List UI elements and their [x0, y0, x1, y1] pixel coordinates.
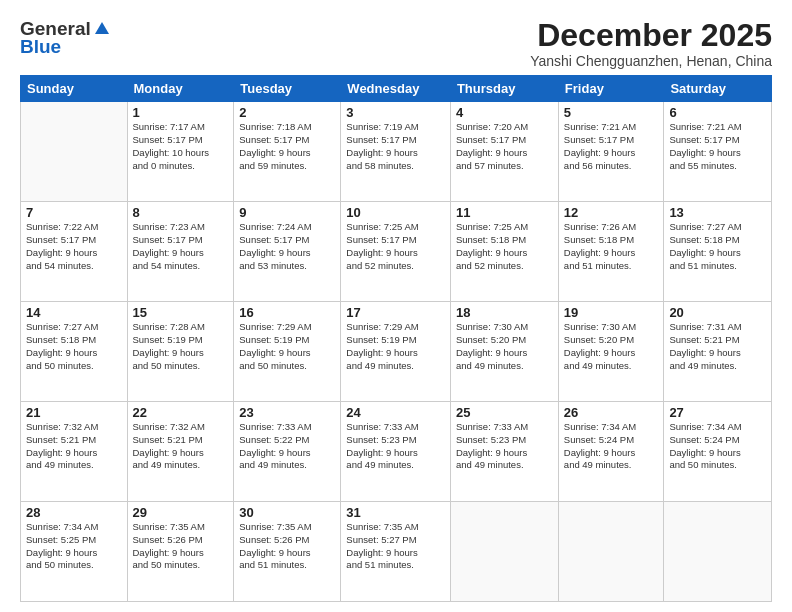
calendar-cell: 28Sunrise: 7:34 AM Sunset: 5:25 PM Dayli… [21, 502, 128, 602]
calendar-cell: 25Sunrise: 7:33 AM Sunset: 5:23 PM Dayli… [450, 402, 558, 502]
calendar-cell: 8Sunrise: 7:23 AM Sunset: 5:17 PM Daylig… [127, 202, 234, 302]
day-number: 4 [456, 105, 553, 120]
day-info: Sunrise: 7:34 AM Sunset: 5:25 PM Dayligh… [26, 521, 122, 572]
calendar-cell: 2Sunrise: 7:18 AM Sunset: 5:17 PM Daylig… [234, 102, 341, 202]
day-number: 30 [239, 505, 335, 520]
day-info: Sunrise: 7:27 AM Sunset: 5:18 PM Dayligh… [26, 321, 122, 372]
day-number: 17 [346, 305, 445, 320]
day-number: 14 [26, 305, 122, 320]
calendar-cell: 15Sunrise: 7:28 AM Sunset: 5:19 PM Dayli… [127, 302, 234, 402]
calendar-cell [450, 502, 558, 602]
calendar-cell: 26Sunrise: 7:34 AM Sunset: 5:24 PM Dayli… [558, 402, 664, 502]
day-info: Sunrise: 7:21 AM Sunset: 5:17 PM Dayligh… [564, 121, 659, 172]
day-info: Sunrise: 7:32 AM Sunset: 5:21 PM Dayligh… [26, 421, 122, 472]
calendar-cell: 22Sunrise: 7:32 AM Sunset: 5:21 PM Dayli… [127, 402, 234, 502]
calendar-cell: 17Sunrise: 7:29 AM Sunset: 5:19 PM Dayli… [341, 302, 451, 402]
day-number: 8 [133, 205, 229, 220]
calendar-cell: 19Sunrise: 7:30 AM Sunset: 5:20 PM Dayli… [558, 302, 664, 402]
calendar-cell: 23Sunrise: 7:33 AM Sunset: 5:22 PM Dayli… [234, 402, 341, 502]
day-info: Sunrise: 7:33 AM Sunset: 5:22 PM Dayligh… [239, 421, 335, 472]
calendar-cell: 20Sunrise: 7:31 AM Sunset: 5:21 PM Dayli… [664, 302, 772, 402]
calendar-week-row: 14Sunrise: 7:27 AM Sunset: 5:18 PM Dayli… [21, 302, 772, 402]
calendar-table: SundayMondayTuesdayWednesdayThursdayFrid… [20, 75, 772, 602]
calendar-cell [664, 502, 772, 602]
day-number: 23 [239, 405, 335, 420]
calendar-cell: 16Sunrise: 7:29 AM Sunset: 5:19 PM Dayli… [234, 302, 341, 402]
day-info: Sunrise: 7:21 AM Sunset: 5:17 PM Dayligh… [669, 121, 766, 172]
day-number: 3 [346, 105, 445, 120]
day-info: Sunrise: 7:24 AM Sunset: 5:17 PM Dayligh… [239, 221, 335, 272]
day-number: 5 [564, 105, 659, 120]
title-section: December 2025 Yanshi Chengguanzhen, Hena… [530, 18, 772, 69]
day-number: 21 [26, 405, 122, 420]
day-number: 11 [456, 205, 553, 220]
day-info: Sunrise: 7:31 AM Sunset: 5:21 PM Dayligh… [669, 321, 766, 372]
day-header-sunday: Sunday [21, 76, 128, 102]
day-number: 26 [564, 405, 659, 420]
day-info: Sunrise: 7:32 AM Sunset: 5:21 PM Dayligh… [133, 421, 229, 472]
calendar-cell: 14Sunrise: 7:27 AM Sunset: 5:18 PM Dayli… [21, 302, 128, 402]
svg-marker-0 [95, 22, 109, 34]
logo: General Blue [20, 18, 111, 58]
day-number: 18 [456, 305, 553, 320]
day-number: 12 [564, 205, 659, 220]
day-info: Sunrise: 7:35 AM Sunset: 5:27 PM Dayligh… [346, 521, 445, 572]
day-number: 2 [239, 105, 335, 120]
day-number: 27 [669, 405, 766, 420]
day-info: Sunrise: 7:19 AM Sunset: 5:17 PM Dayligh… [346, 121, 445, 172]
day-info: Sunrise: 7:34 AM Sunset: 5:24 PM Dayligh… [669, 421, 766, 472]
day-info: Sunrise: 7:20 AM Sunset: 5:17 PM Dayligh… [456, 121, 553, 172]
calendar-cell: 31Sunrise: 7:35 AM Sunset: 5:27 PM Dayli… [341, 502, 451, 602]
day-number: 31 [346, 505, 445, 520]
day-number: 24 [346, 405, 445, 420]
calendar-week-row: 7Sunrise: 7:22 AM Sunset: 5:17 PM Daylig… [21, 202, 772, 302]
day-info: Sunrise: 7:28 AM Sunset: 5:19 PM Dayligh… [133, 321, 229, 372]
calendar-week-row: 21Sunrise: 7:32 AM Sunset: 5:21 PM Dayli… [21, 402, 772, 502]
calendar-cell: 3Sunrise: 7:19 AM Sunset: 5:17 PM Daylig… [341, 102, 451, 202]
day-number: 16 [239, 305, 335, 320]
day-number: 6 [669, 105, 766, 120]
calendar-cell: 12Sunrise: 7:26 AM Sunset: 5:18 PM Dayli… [558, 202, 664, 302]
day-number: 7 [26, 205, 122, 220]
day-header-monday: Monday [127, 76, 234, 102]
day-info: Sunrise: 7:35 AM Sunset: 5:26 PM Dayligh… [133, 521, 229, 572]
calendar-cell: 1Sunrise: 7:17 AM Sunset: 5:17 PM Daylig… [127, 102, 234, 202]
calendar-cell: 18Sunrise: 7:30 AM Sunset: 5:20 PM Dayli… [450, 302, 558, 402]
calendar-cell: 11Sunrise: 7:25 AM Sunset: 5:18 PM Dayli… [450, 202, 558, 302]
day-info: Sunrise: 7:23 AM Sunset: 5:17 PM Dayligh… [133, 221, 229, 272]
day-info: Sunrise: 7:18 AM Sunset: 5:17 PM Dayligh… [239, 121, 335, 172]
day-info: Sunrise: 7:27 AM Sunset: 5:18 PM Dayligh… [669, 221, 766, 272]
month-title: December 2025 [530, 18, 772, 53]
logo-icon [93, 20, 111, 38]
day-header-thursday: Thursday [450, 76, 558, 102]
day-info: Sunrise: 7:35 AM Sunset: 5:26 PM Dayligh… [239, 521, 335, 572]
calendar-cell: 30Sunrise: 7:35 AM Sunset: 5:26 PM Dayli… [234, 502, 341, 602]
day-header-saturday: Saturday [664, 76, 772, 102]
calendar-cell: 6Sunrise: 7:21 AM Sunset: 5:17 PM Daylig… [664, 102, 772, 202]
day-info: Sunrise: 7:22 AM Sunset: 5:17 PM Dayligh… [26, 221, 122, 272]
day-number: 13 [669, 205, 766, 220]
calendar-cell: 27Sunrise: 7:34 AM Sunset: 5:24 PM Dayli… [664, 402, 772, 502]
day-info: Sunrise: 7:17 AM Sunset: 5:17 PM Dayligh… [133, 121, 229, 172]
calendar-page: General Blue December 2025 Yanshi Chengg… [0, 0, 792, 612]
calendar-cell: 29Sunrise: 7:35 AM Sunset: 5:26 PM Dayli… [127, 502, 234, 602]
calendar-week-row: 1Sunrise: 7:17 AM Sunset: 5:17 PM Daylig… [21, 102, 772, 202]
day-info: Sunrise: 7:34 AM Sunset: 5:24 PM Dayligh… [564, 421, 659, 472]
day-info: Sunrise: 7:33 AM Sunset: 5:23 PM Dayligh… [456, 421, 553, 472]
day-info: Sunrise: 7:25 AM Sunset: 5:18 PM Dayligh… [456, 221, 553, 272]
day-info: Sunrise: 7:30 AM Sunset: 5:20 PM Dayligh… [456, 321, 553, 372]
day-number: 28 [26, 505, 122, 520]
header: General Blue December 2025 Yanshi Chengg… [20, 18, 772, 69]
day-number: 10 [346, 205, 445, 220]
location: Yanshi Chengguanzhen, Henan, China [530, 53, 772, 69]
calendar-cell: 13Sunrise: 7:27 AM Sunset: 5:18 PM Dayli… [664, 202, 772, 302]
calendar-cell: 9Sunrise: 7:24 AM Sunset: 5:17 PM Daylig… [234, 202, 341, 302]
logo-blue: Blue [20, 36, 61, 58]
day-number: 19 [564, 305, 659, 320]
day-info: Sunrise: 7:26 AM Sunset: 5:18 PM Dayligh… [564, 221, 659, 272]
day-number: 15 [133, 305, 229, 320]
day-number: 9 [239, 205, 335, 220]
day-number: 25 [456, 405, 553, 420]
day-info: Sunrise: 7:33 AM Sunset: 5:23 PM Dayligh… [346, 421, 445, 472]
calendar-cell: 24Sunrise: 7:33 AM Sunset: 5:23 PM Dayli… [341, 402, 451, 502]
